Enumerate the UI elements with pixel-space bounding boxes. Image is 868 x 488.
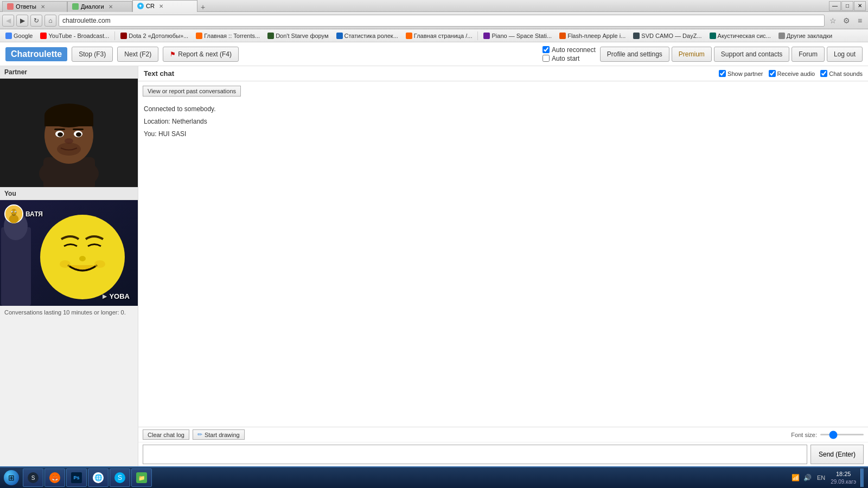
minimize-button[interactable]: —	[829, 1, 841, 11]
logout-button[interactable]: Log out	[827, 47, 863, 62]
font-size-slider[interactable]	[820, 434, 864, 435]
show-desktop-button[interactable]	[860, 468, 864, 487]
premium-button[interactable]: Premium	[672, 47, 712, 62]
auto-reconnect-label[interactable]: Auto reconnect	[542, 46, 596, 54]
tab-cr[interactable]: ✦ CR ✕	[132, 0, 197, 12]
avatar-img	[4, 204, 23, 223]
chrome-icon: 🌐	[93, 472, 104, 483]
chat-input[interactable]	[143, 445, 807, 464]
nav-bar: ◀ ▶ ↻ ⌂ chatroulette.com ☆ ⚙ ≡	[0, 12, 868, 29]
cr-logo[interactable]: Chatroulette	[5, 47, 67, 61]
torrents-icon	[196, 33, 202, 39]
chat-sounds-checkbox[interactable]	[820, 70, 827, 77]
stats-icon	[336, 33, 343, 39]
network-icon[interactable]: 📶	[791, 473, 800, 482]
settings-icon[interactable]: ⚙	[840, 15, 852, 27]
flash-icon	[559, 33, 566, 39]
svg-point-21	[60, 260, 71, 268]
send-button[interactable]: Send (Enter)	[810, 445, 864, 464]
location-text: Location: Netherlands	[144, 118, 207, 125]
partner-header: Partner	[0, 66, 138, 79]
show-partner-text: Show partner	[727, 70, 763, 77]
volume-icon[interactable]: 🔊	[803, 473, 812, 482]
tab-dialogi[interactable]: Диалоги ✕	[67, 1, 132, 12]
show-partner-checkbox[interactable]	[719, 70, 726, 77]
forum-button[interactable]: Forum	[792, 47, 825, 62]
address-text: chatroulette.com	[62, 17, 111, 24]
auto-start-label[interactable]: Auto start	[542, 55, 596, 62]
taskbar-app-steam[interactable]: S	[23, 468, 43, 487]
svg-point-28	[12, 211, 13, 213]
tab-otvet[interactable]: Ответы ✕	[2, 1, 67, 12]
stop-button[interactable]: Stop (F3)	[72, 47, 113, 62]
past-conversations-container: View or report past conversations	[143, 86, 241, 97]
tab-close-dialogi[interactable]: ✕	[108, 4, 113, 10]
auto-reconnect-checkbox[interactable]	[542, 46, 550, 53]
bookmark-label: Flash-плеер Apple i...	[567, 33, 626, 39]
taskbar-app-skype[interactable]: S	[110, 468, 130, 487]
bookmark-dota[interactable]: Dota 2 «Дотолюбы»...	[117, 31, 192, 40]
bookmark-label: Статистика ролек...	[344, 33, 398, 39]
browser-frame: Ответы ✕ Диалоги ✕ ✦ CR ✕ + — □ ✕ ◀ ▶ ↻ …	[0, 0, 868, 488]
report-next-button[interactable]: Report & next (F4)	[163, 47, 239, 62]
bookmark-svd[interactable]: SVD CAMO — DayZ...	[630, 31, 705, 40]
clear-chat-log-button[interactable]: Clear chat log	[143, 429, 189, 440]
bookmark-acoustic[interactable]: Акустическая сис...	[706, 31, 774, 40]
start-button[interactable]: ⊞	[1, 468, 22, 487]
bookmark-dont-starve[interactable]: Don't Starve форум	[264, 31, 331, 40]
google-icon	[5, 33, 12, 39]
bookmark-torrents[interactable]: Главная :: Torrents...	[193, 31, 263, 40]
chat-sounds-label[interactable]: Chat sounds	[820, 70, 863, 77]
bookmark-separator-2	[477, 31, 478, 40]
bookmark-piano[interactable]: Piano — Space Stati...	[480, 31, 555, 40]
checkboxes-group: Auto reconnect Auto start	[542, 46, 596, 62]
home-button[interactable]: ⌂	[44, 15, 56, 27]
bookmark-other[interactable]: Другие закладки	[775, 31, 835, 40]
view-past-conversations-button[interactable]: View or report past conversations	[143, 86, 241, 97]
star-button[interactable]: ☆	[827, 15, 839, 27]
firefox-icon: 🦊	[49, 472, 60, 483]
profile-settings-button[interactable]: Profile and settings	[600, 47, 669, 62]
support-button[interactable]: Support and contacts	[714, 47, 789, 62]
new-tab-button[interactable]: +	[197, 2, 208, 12]
refresh-button[interactable]: ↻	[30, 15, 42, 27]
cr-header-right: Auto reconnect Auto start Profile and se…	[542, 46, 863, 62]
chat-header: Text chat Show partner Receive audio	[138, 66, 868, 81]
tab-close-otvet[interactable]: ✕	[41, 4, 45, 10]
mainpage-icon	[406, 33, 412, 39]
menu-icon[interactable]: ≡	[854, 15, 866, 27]
address-bar[interactable]: chatroulette.com	[59, 15, 825, 27]
taskbar-app-firefox[interactable]: 🦊	[44, 468, 65, 487]
maximize-button[interactable]: □	[841, 1, 853, 11]
taskbar-app-files[interactable]: 📁	[131, 468, 152, 487]
bookmark-label: Don't Starve форум	[276, 33, 328, 39]
receive-audio-text: Receive audio	[777, 70, 815, 77]
receive-audio-checkbox[interactable]	[769, 70, 776, 77]
taskbar-app-chrome[interactable]: 🌐	[88, 468, 108, 487]
tab-close-cr[interactable]: ✕	[159, 3, 163, 9]
system-time: 18:25 29.09.кагэ	[831, 470, 856, 485]
svg-rect-13	[73, 129, 84, 130]
svg-point-25	[9, 215, 19, 223]
chat-bottom-tools: Clear chat log Start drawing Font size:	[138, 427, 868, 442]
bookmark-google[interactable]: Google	[2, 31, 36, 40]
receive-audio-label[interactable]: Receive audio	[769, 70, 815, 77]
close-button[interactable]: ✕	[854, 1, 866, 11]
show-partner-label[interactable]: Show partner	[719, 70, 763, 77]
start-drawing-button[interactable]: Start drawing	[193, 429, 245, 440]
bookmark-separator	[114, 31, 115, 40]
tab-label-dialogi: Диалоги	[81, 3, 104, 10]
next-button[interactable]: Next (F2)	[117, 47, 158, 62]
language-indicator[interactable]: EN	[815, 473, 827, 482]
clock-date: 29.09.кагэ	[831, 478, 856, 485]
left-panel: Partner	[0, 66, 138, 466]
bookmark-stats[interactable]: Статистика ролек...	[333, 31, 401, 40]
bookmark-main-page[interactable]: Главная страница /...	[403, 31, 476, 40]
bookmark-youtube[interactable]: YouTube - Broadcast...	[37, 31, 112, 40]
auto-start-checkbox[interactable]	[542, 55, 550, 62]
bookmark-flash[interactable]: Flash-плеер Apple i...	[556, 31, 629, 40]
font-size-control: Font size:	[791, 432, 864, 438]
taskbar-app-photoshop[interactable]: Ps	[66, 468, 87, 487]
forward-button[interactable]: ▶	[16, 15, 28, 27]
back-button[interactable]: ◀	[2, 15, 14, 27]
